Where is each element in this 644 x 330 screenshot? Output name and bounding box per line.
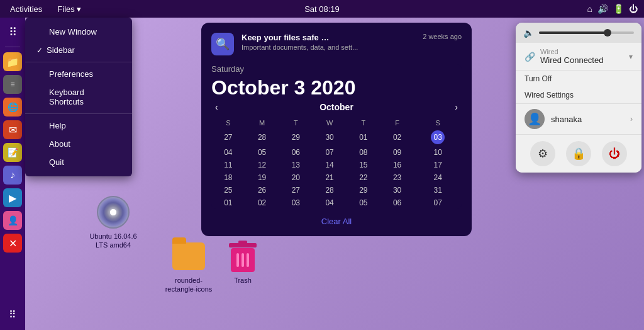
calendar-day[interactable]: 29 (347, 184, 380, 196)
calendar: Saturday October 3 2020 ‹ October › S M … (211, 64, 462, 209)
calendar-day[interactable]: 03 (279, 196, 313, 209)
calendar-day[interactable]: 19 (245, 171, 279, 184)
dock-music[interactable]: ♪ (3, 166, 22, 185)
menu-separator-2 (25, 113, 132, 114)
calendar-day[interactable]: 17 (414, 159, 462, 171)
cal-header-tue: T (279, 117, 313, 128)
calendar-day[interactable]: 31 (414, 184, 462, 196)
dock-firefox[interactable]: 🌐 (3, 98, 22, 117)
user-expand-arrow: › (630, 115, 633, 123)
calendar-day[interactable]: 14 (313, 159, 347, 171)
cd-shape (97, 196, 130, 229)
calendar-day[interactable]: 29 (279, 128, 313, 146)
calendar-day[interactable]: 28 (313, 184, 347, 196)
power-action-button[interactable]: ⏻ (602, 141, 627, 166)
trash-body (231, 248, 255, 272)
user-section[interactable]: 👤 shanaka › (516, 103, 641, 135)
volume-slider[interactable] (539, 31, 634, 34)
wired-settings-button[interactable]: Wired Settings (516, 87, 641, 103)
calendar-day[interactable]: 06 (380, 196, 414, 209)
dock-mail[interactable]: ✉ (3, 120, 22, 139)
menu-about[interactable]: About (25, 135, 132, 153)
calendar-day[interactable]: 07 (313, 146, 347, 159)
dock-contacts[interactable]: 👤 (3, 211, 22, 230)
calendar-day[interactable]: 04 (211, 146, 245, 159)
settings-action-button[interactable]: ⚙ (530, 141, 555, 166)
dock-text-editor[interactable]: ≡ (3, 75, 22, 94)
activities-button[interactable]: Activities (6, 3, 46, 15)
calendar-day[interactable]: 26 (245, 184, 279, 196)
power-topbar-icon[interactable]: ⏻ (629, 4, 638, 14)
menu-new-window[interactable]: New Window (25, 23, 132, 41)
dock-notes[interactable]: 📝 (3, 143, 22, 162)
calendar-day[interactable]: 01 (211, 196, 245, 209)
wired-prefix: Wired (540, 48, 624, 55)
calendar-day[interactable]: 09 (380, 146, 414, 159)
calendar-day[interactable]: 07 (414, 196, 462, 209)
calendar-day[interactable]: 15 (347, 159, 380, 171)
calendar-day[interactable]: 20 (279, 171, 313, 184)
menu-keyboard-shortcuts[interactable]: Keyboard Shortcuts (25, 83, 132, 111)
dock-grid-top[interactable]: ⠿ (3, 23, 22, 42)
folder-label: rounded-rectangle-icons (164, 276, 214, 294)
calendar-day[interactable]: 08 (347, 146, 380, 159)
network-expand-arrow[interactable]: ▾ (629, 52, 633, 61)
trash-image (226, 239, 260, 273)
calendar-day[interactable]: 18 (211, 171, 245, 184)
calendar-day[interactable]: 06 (279, 146, 313, 159)
trash-shape (228, 241, 257, 272)
ubuntu-dvd-icon[interactable]: Ubuntu 16.04.6 LTS amd64 (88, 195, 138, 250)
dock-video[interactable]: ▶ (3, 188, 22, 207)
cd-image (96, 195, 130, 229)
calendar-day[interactable]: 10 (414, 146, 462, 159)
menu-sidebar[interactable]: ✓ Sidebar (25, 41, 132, 59)
menu-preferences[interactable]: Preferences (25, 65, 132, 83)
calendar-day[interactable]: 25 (211, 184, 245, 196)
files-menu-button[interactable]: Files ▾ (53, 3, 85, 15)
calendar-day[interactable]: 23 (380, 171, 414, 184)
volume-icon[interactable]: 🔊 (597, 4, 608, 14)
lock-action-button[interactable]: 🔒 (566, 141, 591, 166)
calendar-day[interactable]: 30 (313, 128, 347, 146)
calendar-day[interactable]: 16 (380, 159, 414, 171)
calendar-day[interactable]: 01 (347, 128, 380, 146)
folder-icon[interactable]: rounded-rectangle-icons (164, 239, 214, 294)
calendar-next-button[interactable]: › (451, 102, 462, 112)
user-name-label: shanaka (551, 115, 582, 124)
calendar-day[interactable]: 13 (279, 159, 313, 171)
calendar-prev-button[interactable]: ‹ (211, 102, 222, 112)
menu-quit[interactable]: Quit (25, 153, 132, 171)
trash-icon[interactable]: Trash (218, 239, 268, 285)
topbar-clock[interactable]: Sat 08:19 (304, 4, 340, 14)
calendar-day[interactable]: 03 (414, 128, 462, 146)
notification-title: Keep your files safe … (242, 33, 358, 42)
notification-icon: 🔍 (211, 33, 234, 55)
calendar-day[interactable]: 27 (279, 184, 313, 196)
calendar-day[interactable]: 27 (211, 128, 245, 146)
turn-off-button[interactable]: Turn Off (516, 71, 641, 87)
dock-files[interactable]: 📁 (3, 52, 22, 71)
calendar-day[interactable]: 22 (347, 171, 380, 184)
user-avatar: 👤 (525, 109, 545, 129)
volume-bar: 🔈 (516, 23, 641, 43)
calendar-day[interactable]: 02 (245, 196, 279, 209)
calendar-day[interactable]: 30 (380, 184, 414, 196)
menu-help[interactable]: Help (25, 117, 132, 135)
calendar-day[interactable]: 02 (380, 128, 414, 146)
calendar-day[interactable]: 04 (313, 196, 347, 209)
clear-all-button[interactable]: Clear All (211, 217, 462, 226)
calendar-day[interactable]: 05 (347, 196, 380, 209)
calendar-day[interactable]: 12 (245, 159, 279, 171)
battery-icon[interactable]: 🔋 (613, 4, 624, 14)
system-panel: 🔈 🔗 Wired Wired Connected ▾ Turn Off Wir… (516, 23, 641, 173)
calendar-day[interactable]: 28 (245, 128, 279, 146)
calendar-day[interactable]: 24 (414, 171, 462, 184)
home-icon[interactable]: ⌂ (587, 4, 592, 14)
calendar-day[interactable]: 11 (211, 159, 245, 171)
dock-app-grid[interactable]: ⠿ (3, 305, 22, 324)
calendar-grid: S M T W T F S 27282930010203040506070809… (211, 117, 462, 209)
calendar-day[interactable]: 21 (313, 171, 347, 184)
network-label: Wired Wired Connected (540, 48, 624, 65)
calendar-day[interactable]: 05 (245, 146, 279, 159)
dock-remove[interactable]: ✕ (3, 234, 22, 253)
